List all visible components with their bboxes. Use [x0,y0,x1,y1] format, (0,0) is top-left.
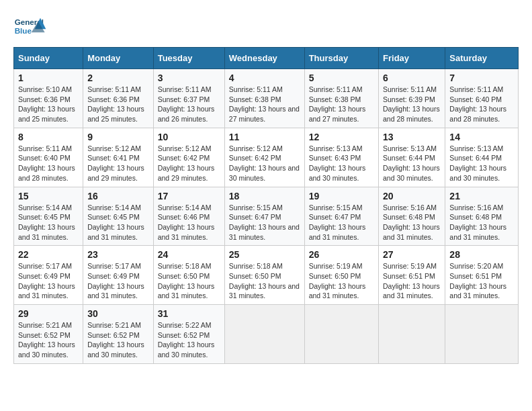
day-info: Sunrise: 5:12 AMSunset: 6:42 PMDaylight:… [158,144,215,182]
calendar-cell [304,305,378,364]
day-info: Sunrise: 5:11 AMSunset: 6:38 PMDaylight:… [309,85,366,123]
day-info: Sunrise: 5:14 AMSunset: 6:45 PMDaylight:… [18,203,75,241]
calendar-cell: 28 Sunrise: 5:20 AMSunset: 6:51 PMDaylig… [445,246,519,305]
calendar-cell: 23 Sunrise: 5:17 AMSunset: 6:49 PMDaylig… [83,246,154,305]
calendar-cell: 14 Sunrise: 5:13 AMSunset: 6:44 PMDaylig… [445,128,519,187]
day-number: 3 [158,73,220,83]
day-info: Sunrise: 5:19 AMSunset: 6:50 PMDaylight:… [309,262,366,300]
calendar-cell: 21 Sunrise: 5:16 AMSunset: 6:48 PMDaylig… [445,187,519,246]
calendar-header-sunday: Sunday [14,48,83,69]
day-number: 18 [229,191,300,201]
calendar-week-row: 15 Sunrise: 5:14 AMSunset: 6:45 PMDaylig… [14,187,519,246]
calendar-cell: 15 Sunrise: 5:14 AMSunset: 6:45 PMDaylig… [14,187,83,246]
calendar-header-friday: Friday [379,48,445,69]
day-number: 23 [87,249,149,260]
calendar-header-tuesday: Tuesday [153,48,224,69]
calendar-cell: 4 Sunrise: 5:11 AMSunset: 6:38 PMDayligh… [224,69,304,128]
day-info: Sunrise: 5:17 AMSunset: 6:49 PMDaylight:… [18,262,75,300]
calendar-cell: 6 Sunrise: 5:11 AMSunset: 6:39 PMDayligh… [379,69,445,128]
day-number: 17 [158,191,220,201]
day-info: Sunrise: 5:20 AMSunset: 6:51 PMDaylight:… [449,262,506,300]
day-info: Sunrise: 5:13 AMSunset: 6:44 PMDaylight:… [383,144,440,182]
calendar-cell [379,305,445,364]
day-info: Sunrise: 5:11 AMSunset: 6:39 PMDaylight:… [383,85,440,123]
day-info: Sunrise: 5:10 AMSunset: 6:36 PMDaylight:… [18,85,75,123]
calendar-cell: 9 Sunrise: 5:12 AMSunset: 6:41 PMDayligh… [83,128,154,187]
calendar-cell: 11 Sunrise: 5:12 AMSunset: 6:42 PMDaylig… [224,128,304,187]
day-info: Sunrise: 5:21 AMSunset: 6:52 PMDaylight:… [18,321,75,359]
calendar-cell: 8 Sunrise: 5:11 AMSunset: 6:40 PMDayligh… [14,128,83,187]
day-number: 13 [383,132,441,142]
day-number: 16 [87,191,149,201]
logo: General Blue [13,13,50,40]
day-number: 1 [18,73,79,83]
day-number: 29 [18,308,79,319]
calendar-week-row: 8 Sunrise: 5:11 AMSunset: 6:40 PMDayligh… [14,128,519,187]
day-number: 5 [309,73,374,83]
day-info: Sunrise: 5:12 AMSunset: 6:42 PMDaylight:… [229,144,300,182]
calendar-cell: 17 Sunrise: 5:14 AMSunset: 6:46 PMDaylig… [153,187,224,246]
day-number: 7 [449,73,514,83]
calendar-table: SundayMondayTuesdayWednesdayThursdayFrid… [13,47,519,364]
day-info: Sunrise: 5:16 AMSunset: 6:48 PMDaylight:… [383,203,440,241]
day-info: Sunrise: 5:11 AMSunset: 6:38 PMDaylight:… [229,85,300,123]
calendar-cell: 19 Sunrise: 5:15 AMSunset: 6:47 PMDaylig… [304,187,378,246]
calendar-cell: 22 Sunrise: 5:17 AMSunset: 6:49 PMDaylig… [14,246,83,305]
day-info: Sunrise: 5:15 AMSunset: 6:47 PMDaylight:… [229,203,300,241]
calendar-cell: 31 Sunrise: 5:22 AMSunset: 6:52 PMDaylig… [153,305,224,364]
day-number: 11 [229,132,300,142]
day-number: 20 [383,191,441,201]
logo-icon: General Blue [13,13,47,40]
day-number: 9 [87,132,149,142]
day-info: Sunrise: 5:14 AMSunset: 6:45 PMDaylight:… [87,203,144,241]
day-number: 19 [309,191,374,201]
calendar-week-row: 1 Sunrise: 5:10 AMSunset: 6:36 PMDayligh… [14,69,519,128]
day-number: 4 [229,73,300,83]
calendar-header-row: SundayMondayTuesdayWednesdayThursdayFrid… [14,48,519,69]
day-number: 14 [449,132,514,142]
calendar-cell: 27 Sunrise: 5:19 AMSunset: 6:51 PMDaylig… [379,246,445,305]
day-info: Sunrise: 5:11 AMSunset: 6:36 PMDaylight:… [87,85,144,123]
calendar-cell: 12 Sunrise: 5:13 AMSunset: 6:43 PMDaylig… [304,128,378,187]
calendar-cell [224,305,304,364]
calendar-cell: 30 Sunrise: 5:21 AMSunset: 6:52 PMDaylig… [83,305,154,364]
calendar-cell: 25 Sunrise: 5:18 AMSunset: 6:50 PMDaylig… [224,246,304,305]
day-number: 10 [158,132,220,142]
day-info: Sunrise: 5:22 AMSunset: 6:52 PMDaylight:… [158,321,215,359]
calendar-cell: 1 Sunrise: 5:10 AMSunset: 6:36 PMDayligh… [14,69,83,128]
day-info: Sunrise: 5:18 AMSunset: 6:50 PMDaylight:… [158,262,215,300]
day-info: Sunrise: 5:14 AMSunset: 6:46 PMDaylight:… [158,203,215,241]
day-number: 15 [18,191,79,201]
page-header: General Blue [13,13,519,40]
calendar-cell: 18 Sunrise: 5:15 AMSunset: 6:47 PMDaylig… [224,187,304,246]
calendar-cell: 13 Sunrise: 5:13 AMSunset: 6:44 PMDaylig… [379,128,445,187]
day-info: Sunrise: 5:18 AMSunset: 6:50 PMDaylight:… [229,262,300,300]
calendar-cell: 10 Sunrise: 5:12 AMSunset: 6:42 PMDaylig… [153,128,224,187]
calendar-week-row: 29 Sunrise: 5:21 AMSunset: 6:52 PMDaylig… [14,305,519,364]
calendar-cell: 7 Sunrise: 5:11 AMSunset: 6:40 PMDayligh… [445,69,519,128]
day-info: Sunrise: 5:13 AMSunset: 6:43 PMDaylight:… [309,144,366,182]
day-info: Sunrise: 5:11 AMSunset: 6:40 PMDaylight:… [449,85,506,123]
day-number: 21 [449,191,514,201]
calendar-week-row: 22 Sunrise: 5:17 AMSunset: 6:49 PMDaylig… [14,246,519,305]
calendar-cell: 3 Sunrise: 5:11 AMSunset: 6:37 PMDayligh… [153,69,224,128]
calendar-cell: 2 Sunrise: 5:11 AMSunset: 6:36 PMDayligh… [83,69,154,128]
calendar-cell [445,305,519,364]
day-number: 8 [18,132,79,142]
day-info: Sunrise: 5:15 AMSunset: 6:47 PMDaylight:… [309,203,366,241]
svg-text:Blue: Blue [15,26,32,35]
calendar-cell: 26 Sunrise: 5:19 AMSunset: 6:50 PMDaylig… [304,246,378,305]
day-number: 24 [158,249,220,260]
day-number: 30 [87,308,149,319]
day-number: 2 [87,73,149,83]
day-number: 22 [18,249,79,260]
calendar-header-wednesday: Wednesday [224,48,304,69]
calendar-header-monday: Monday [83,48,154,69]
day-number: 28 [449,249,514,260]
day-number: 26 [309,249,374,260]
calendar-header-saturday: Saturday [445,48,519,69]
day-info: Sunrise: 5:17 AMSunset: 6:49 PMDaylight:… [87,262,144,300]
day-info: Sunrise: 5:11 AMSunset: 6:40 PMDaylight:… [18,144,75,182]
day-number: 31 [158,308,220,319]
day-info: Sunrise: 5:21 AMSunset: 6:52 PMDaylight:… [87,321,144,359]
